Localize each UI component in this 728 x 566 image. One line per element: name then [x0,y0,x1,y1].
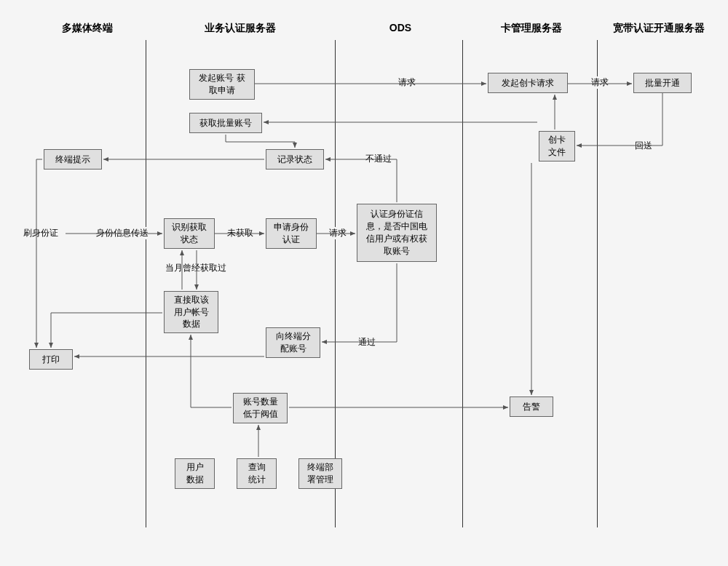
lane-header-ods: ODS [379,22,422,33]
box-alarm: 告警 [510,396,553,417]
box-terminal-deploy: 终端部 署管理 [298,458,342,489]
box-terminal-prompt: 终端提示 [44,149,102,170]
label-not-pass: 不通过 [364,153,393,165]
box-query-stats: 查询 统计 [237,458,277,489]
box-direct-fetch: 直接取该 用户帐号 数据 [164,291,218,333]
lane-divider [146,40,146,527]
label-request1: 请求 [397,76,417,89]
lane-header-terminal: 多媒体终端 [51,22,124,35]
label-obtained-month: 当月曾经获取过 [164,262,228,274]
lane-header-bb: 宽带认证开通服务器 [604,22,713,35]
label-id-info-send: 身份信息传送 [95,227,150,239]
box-init-account-req: 发起账号 获取申请 [189,69,255,100]
box-get-batch-account: 获取批量账号 [189,113,262,133]
label-swipe-id: 刷身份证 [22,227,60,239]
lane-header-biz: 业务认证服务器 [197,22,284,35]
lane-divider [462,40,463,527]
box-recognize-status: 识别获取 状态 [164,218,215,249]
box-record-status: 记录状态 [266,149,324,170]
label-pass: 通过 [357,336,377,348]
box-user-data: 用户 数据 [175,458,215,489]
box-init-card-req: 发起创卡请求 [488,73,568,93]
box-batch-open: 批量开通 [633,73,692,93]
label-not-obtained: 未获取 [226,227,255,239]
lane-divider [597,40,598,527]
box-print: 打印 [29,349,73,370]
box-account-below: 账号数量 低于阀值 [233,393,288,423]
label-request3: 请求 [328,227,348,239]
lane-header-card: 卡管理服务器 [495,22,568,35]
box-auth-id-info: 认证身份证信 息，是否中国电 信用户或有权获 取账号 [357,204,437,262]
box-card-file: 创卡 文件 [539,131,575,162]
arrows-layer [0,0,728,566]
label-return: 回送 [633,140,654,152]
label-request2: 请求 [590,76,610,89]
box-apply-id-auth: 申请身份 认证 [266,218,317,249]
box-assign-account: 向终端分 配账号 [266,327,320,358]
lane-divider [335,40,336,527]
